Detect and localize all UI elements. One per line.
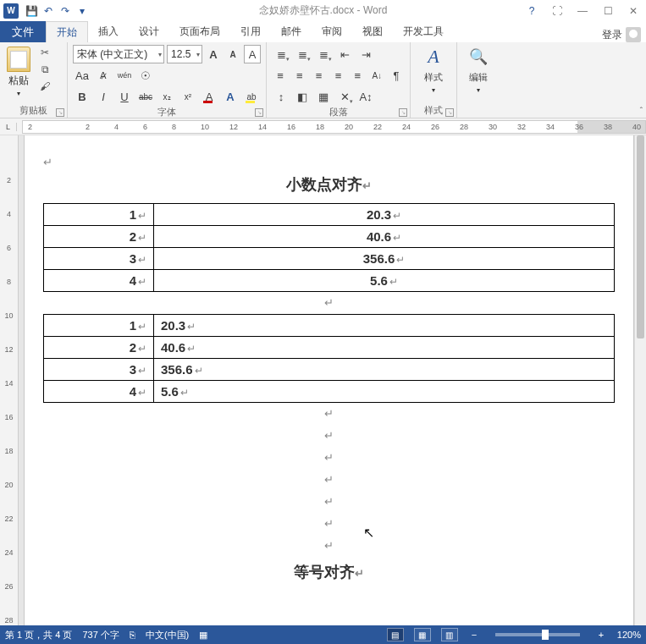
- paragraph-dialog-launcher[interactable]: ↘: [399, 108, 407, 117]
- highlight-icon[interactable]: ab: [242, 87, 261, 106]
- strikethrough-icon[interactable]: abc: [136, 87, 155, 106]
- collapse-ribbon-icon[interactable]: ˆ: [640, 107, 643, 116]
- styles-dialog-launcher[interactable]: ↘: [445, 108, 454, 117]
- align-center-icon[interactable]: ≡: [291, 66, 308, 85]
- font-size-select[interactable]: 12.5▾: [167, 45, 202, 63]
- clipboard-dialog-launcher[interactable]: ↘: [56, 108, 64, 117]
- undo-icon[interactable]: ↶: [41, 3, 56, 19]
- ruler-track[interactable]: 2246810121416182022242628303234363840: [22, 120, 646, 134]
- sort-icon[interactable]: A↓: [368, 66, 385, 85]
- login-link[interactable]: 登录: [602, 27, 641, 42]
- cut-icon[interactable]: ✂: [37, 45, 52, 60]
- paragraph-mark: ↵: [43, 491, 615, 513]
- zoom-slider-knob[interactable]: [542, 630, 549, 640]
- line-spacing-icon[interactable]: ↕: [272, 87, 290, 106]
- tab-home[interactable]: 开始: [46, 21, 88, 42]
- shading-icon[interactable]: ◧: [293, 87, 312, 106]
- redo-icon[interactable]: ↷: [58, 3, 73, 19]
- qat-customize-icon[interactable]: ▾: [75, 3, 90, 19]
- vertical-ruler[interactable]: 246810121416182022242628: [0, 135, 19, 625]
- tab-design[interactable]: 设计: [129, 21, 169, 42]
- numbering-icon[interactable]: ≣▾: [293, 45, 312, 63]
- justify-icon[interactable]: ≡: [330, 66, 347, 85]
- font-color-icon[interactable]: A: [200, 87, 218, 106]
- align-right-icon[interactable]: ≡: [311, 66, 328, 85]
- tab-review[interactable]: 审阅: [312, 21, 352, 42]
- distribute-icon[interactable]: ≡: [349, 66, 366, 85]
- bullets-icon[interactable]: ≣▾: [272, 45, 290, 63]
- tab-mailings[interactable]: 邮件: [271, 21, 312, 42]
- multilevel-icon[interactable]: ≣▾: [314, 45, 333, 63]
- show-marks-icon[interactable]: ¶: [388, 66, 405, 85]
- change-case-icon[interactable]: Aa: [73, 66, 91, 85]
- table-row[interactable]: 4↵5.6↵: [44, 270, 615, 292]
- tab-selector[interactable]: L: [0, 123, 17, 131]
- text-effects-icon[interactable]: A: [221, 87, 240, 106]
- vertical-scrollbar[interactable]: [634, 135, 646, 625]
- view-web-layout-icon[interactable]: ▥: [441, 628, 458, 641]
- page-count[interactable]: 第 1 页，共 4 页: [5, 629, 72, 641]
- asian-layout-icon[interactable]: ✕▾: [335, 87, 354, 106]
- clear-format-icon[interactable]: A̷: [94, 66, 113, 85]
- minimize-icon[interactable]: —: [570, 0, 595, 21]
- enclose-char-icon[interactable]: ☉: [136, 66, 155, 85]
- ribbon-display-icon[interactable]: ⛶: [544, 0, 570, 21]
- tab-insert[interactable]: 插入: [88, 21, 129, 42]
- table-row[interactable]: 3↵356.6↵: [44, 359, 615, 381]
- table-row[interactable]: 4↵5.6↵: [44, 381, 615, 403]
- format-painter-icon[interactable]: 🖌: [37, 79, 52, 94]
- copy-icon[interactable]: ⧉: [37, 62, 52, 77]
- word-count[interactable]: 737 个字: [82, 629, 119, 641]
- document-page[interactable]: ↵ 小数点对齐↵ 1↵20.3↵2↵40.6↵3↵356.6↵4↵5.6↵ ↵ …: [24, 135, 634, 625]
- zoom-in-button[interactable]: +: [595, 630, 607, 640]
- superscript-icon[interactable]: x²: [179, 87, 197, 106]
- help-icon[interactable]: ?: [519, 0, 544, 21]
- macro-record-icon[interactable]: ▦: [199, 630, 207, 641]
- font-family-select[interactable]: 宋体 (中文正文)▾: [73, 45, 164, 63]
- zoom-level[interactable]: 120%: [617, 630, 641, 640]
- table-decimal-align-left[interactable]: 1↵20.3↵2↵40.6↵3↵356.6↵4↵5.6↵: [43, 314, 615, 403]
- language-indicator[interactable]: 中文(中国): [146, 629, 189, 641]
- underline-icon[interactable]: U: [115, 87, 134, 106]
- styles-button[interactable]: A 样式 ▾: [418, 45, 449, 94]
- table-row[interactable]: 3↵356.6↵: [44, 248, 615, 270]
- subscript-icon[interactable]: x₂: [157, 87, 176, 106]
- view-print-layout-icon[interactable]: ▤: [387, 628, 404, 641]
- paste-button[interactable]: 粘贴 ▾: [5, 45, 32, 99]
- shrink-font-icon[interactable]: A: [224, 45, 241, 63]
- table-row[interactable]: 1↵20.3↵: [44, 315, 615, 337]
- phonetic-guide-icon[interactable]: wén: [115, 66, 134, 85]
- align-left-icon[interactable]: ≡: [272, 66, 289, 85]
- proofing-icon[interactable]: ⎘: [130, 630, 135, 640]
- para-sort-icon[interactable]: A↕: [356, 87, 375, 106]
- zoom-out-button[interactable]: −: [468, 630, 480, 640]
- styles-group-label: 样式: [424, 105, 443, 115]
- char-border-icon[interactable]: A: [244, 45, 261, 63]
- save-icon[interactable]: 💾: [24, 3, 39, 19]
- horizontal-ruler[interactable]: L 2246810121416182022242628303234363840: [0, 118, 646, 135]
- increase-indent-icon[interactable]: ⇥: [356, 45, 375, 63]
- zoom-slider[interactable]: [495, 633, 580, 636]
- tab-view[interactable]: 视图: [352, 21, 393, 42]
- table-decimal-align-centered[interactable]: 1↵20.3↵2↵40.6↵3↵356.6↵4↵5.6↵: [43, 203, 615, 292]
- paragraph-mark: ↵: [43, 447, 615, 469]
- italic-icon[interactable]: I: [94, 87, 113, 106]
- table-row[interactable]: 1↵20.3↵: [44, 204, 615, 226]
- tab-file[interactable]: 文件: [0, 21, 46, 42]
- table-row[interactable]: 2↵40.6↵: [44, 337, 615, 359]
- scrollbar-thumb[interactable]: [637, 135, 644, 339]
- font-dialog-launcher[interactable]: ↘: [255, 108, 263, 117]
- maximize-icon[interactable]: ☐: [595, 0, 621, 21]
- find-button[interactable]: 🔍 编辑 ▾: [463, 45, 494, 94]
- table-row[interactable]: 2↵40.6↵: [44, 226, 615, 248]
- clipboard-icon: [7, 47, 30, 72]
- bold-icon[interactable]: B: [73, 87, 91, 106]
- tab-references[interactable]: 引用: [230, 21, 271, 42]
- tab-developer[interactable]: 开发工具: [393, 21, 454, 42]
- tab-layout[interactable]: 页面布局: [169, 21, 230, 42]
- decrease-indent-icon[interactable]: ⇤: [335, 45, 354, 63]
- close-icon[interactable]: ✕: [621, 0, 646, 21]
- view-read-mode-icon[interactable]: ▦: [414, 628, 431, 641]
- borders-icon[interactable]: ▦: [314, 87, 333, 106]
- grow-font-icon[interactable]: A: [205, 45, 222, 63]
